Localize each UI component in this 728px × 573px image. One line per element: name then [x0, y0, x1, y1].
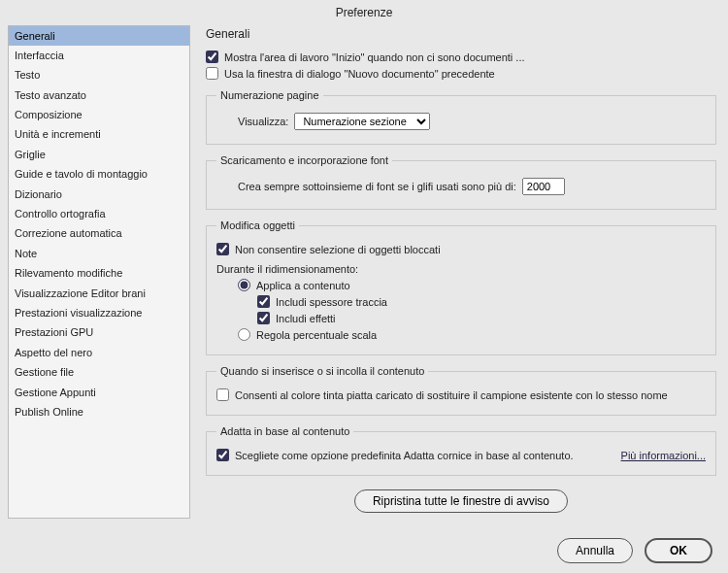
more-info-link[interactable]: Più informazioni... — [621, 450, 706, 461]
swatch-replace-checkbox[interactable] — [216, 388, 229, 401]
page-numbering-legend: Numerazione pagine — [216, 89, 323, 101]
sidebar-item-prestazioni-visualizzazione[interactable]: Prestazioni visualizzazione — [9, 303, 189, 322]
sidebar-item-visualizzazione-editor-brani[interactable]: Visualizzazione Editor brani — [9, 284, 189, 303]
show-start-label: Mostra l'area di lavoro "Inizio" quando … — [224, 51, 525, 63]
include-effects-checkbox[interactable] — [257, 312, 270, 324]
dialog-title: Preferenze — [0, 0, 728, 25]
font-subset-label: Crea sempre sottoinsieme di font se i gl… — [238, 181, 516, 192]
paste-content-legend: Quando si inserisce o si incolla il cont… — [216, 365, 428, 377]
content-fit-legend: Adatta in base al contenuto — [216, 425, 353, 437]
font-download-group: Scaricamento e incorporazione font Crea … — [206, 154, 716, 210]
content-fit-default-label: Scegliete come opzione predefinita Adatt… — [235, 450, 574, 461]
sidebar-item-aspetto-del-nero[interactable]: Aspetto del nero — [9, 343, 189, 362]
include-stroke-checkbox[interactable] — [257, 295, 270, 308]
sidebar-item-controllo-ortografia[interactable]: Controllo ortografia — [9, 205, 189, 224]
scaling-heading: Durante il ridimensionamento: — [216, 263, 706, 275]
sidebar-item-gestione-file[interactable]: Gestione file — [9, 363, 189, 383]
content-fit-group: Adatta in base al contenuto Scegliete co… — [206, 425, 716, 476]
category-sidebar: GeneraliInterfacciaTestoTesto avanzatoCo… — [8, 25, 190, 519]
content-fit-default-checkbox[interactable] — [216, 449, 229, 461]
paste-content-group: Quando si inserisce o si incolla il cont… — [206, 365, 716, 416]
sidebar-item-unit-e-incrementi[interactable]: Unità e incrementi — [9, 125, 189, 145]
reset-dialogs-button[interactable]: Ripristina tutte le finestre di avviso — [354, 489, 568, 513]
adjust-percentage-label: Regola percentuale scala — [256, 329, 377, 341]
sidebar-item-rilevamento-modifiche[interactable]: Rilevamento modifiche — [9, 264, 189, 284]
object-editing-legend: Modifica oggetti — [216, 219, 299, 231]
sidebar-item-testo-avanzato[interactable]: Testo avanzato — [9, 85, 189, 105]
sidebar-item-publish-online[interactable]: Publish Online — [9, 402, 189, 421]
include-effects-label: Includi effetti — [276, 313, 336, 324]
sidebar-item-interfaccia[interactable]: Interfaccia — [9, 46, 189, 65]
preferences-panel: Generali Mostra l'area di lavoro "Inizio… — [202, 25, 720, 528]
prevent-selection-checkbox[interactable] — [216, 243, 229, 255]
page-numbering-select[interactable]: Numerazione sezione — [294, 113, 430, 130]
sidebar-item-composizione[interactable]: Composizione — [9, 106, 189, 125]
panel-heading: Generali — [206, 27, 716, 41]
apply-content-label: Applica a contenuto — [256, 280, 350, 291]
sidebar-item-prestazioni-gpu[interactable]: Prestazioni GPU — [9, 323, 189, 343]
sidebar-item-griglie[interactable]: Griglie — [9, 145, 189, 164]
prevent-selection-label: Non consentire selezione di oggetti bloc… — [235, 244, 441, 255]
view-label: Visualizza: — [238, 116, 288, 127]
sidebar-item-guide-e-tavolo-di-montaggio[interactable]: Guide e tavolo di montaggio — [9, 165, 189, 185]
sidebar-item-note[interactable]: Note — [9, 244, 189, 263]
swatch-replace-label: Consenti al colore tinta piatta caricato… — [235, 389, 668, 401]
include-stroke-label: Includi spessore traccia — [276, 296, 387, 308]
use-legacy-label: Usa la finestra di dialogo "Nuovo docume… — [224, 68, 495, 80]
sidebar-item-dizionario[interactable]: Dizionario — [9, 185, 189, 204]
sidebar-item-testo[interactable]: Testo — [9, 66, 189, 85]
sidebar-item-correzione-automatica[interactable]: Correzione automatica — [9, 224, 189, 244]
font-subset-input[interactable] — [522, 178, 565, 195]
font-download-legend: Scaricamento e incorporazione font — [216, 154, 392, 166]
ok-button[interactable]: OK — [645, 538, 712, 563]
show-start-checkbox[interactable] — [206, 51, 218, 63]
sidebar-item-generali[interactable]: Generali — [9, 26, 189, 46]
adjust-percentage-radio[interactable] — [238, 328, 250, 341]
object-editing-group: Modifica oggetti Non consentire selezion… — [206, 219, 716, 355]
page-numbering-group: Numerazione pagine Visualizza: Numerazio… — [206, 89, 716, 145]
sidebar-item-gestione-appunti[interactable]: Gestione Appunti — [9, 383, 189, 402]
apply-content-radio[interactable] — [238, 279, 250, 291]
cancel-button[interactable]: Annulla — [557, 538, 633, 563]
use-legacy-checkbox[interactable] — [206, 67, 218, 80]
